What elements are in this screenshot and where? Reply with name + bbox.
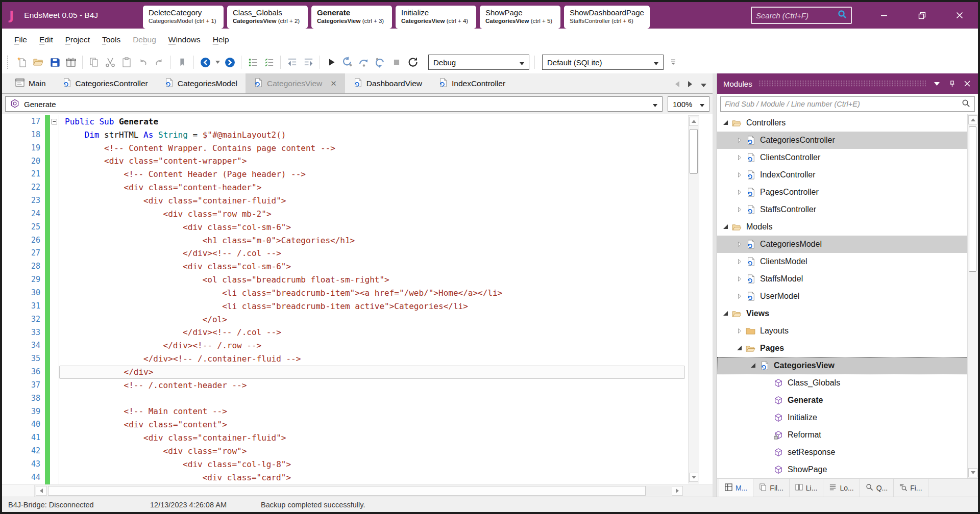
scrollbar-thumb[interactable]	[48, 486, 646, 496]
code-line-29[interactable]: 29<ol class="breadcrumb float-sm-right">	[2, 273, 713, 287]
code-line-26[interactable]: 26<h1 class="m-0">Categories</h1>	[2, 234, 713, 247]
expander-closed-icon[interactable]	[735, 293, 744, 299]
scrollbar-track[interactable]	[48, 486, 671, 496]
step-into-icon[interactable]	[340, 55, 355, 70]
title-search-box[interactable]	[751, 7, 852, 24]
scrollbar-thumb[interactable]	[690, 129, 698, 174]
module-tree-item-Class_Globals[interactable]: Class_Globals	[717, 374, 978, 392]
quick-access-tab[interactable]: InitializeCategoriesView (ctrl + 4)	[396, 6, 476, 29]
close-tab-icon[interactable]: ✕	[330, 79, 337, 88]
close-panel-icon[interactable]	[963, 79, 972, 88]
module-tree-item-ShowPage[interactable]: ShowPage	[717, 461, 978, 478]
cut-icon[interactable]	[103, 55, 118, 70]
expander-open-icon[interactable]	[735, 345, 744, 351]
scroll-right-icon[interactable]	[672, 486, 683, 496]
code-line-42[interactable]: 42<div class="row">	[2, 445, 713, 458]
navigate-back-dropdown-icon[interactable]	[214, 55, 221, 70]
expander-open-icon[interactable]	[721, 311, 730, 317]
editor-tab-IndexController[interactable]: IndexController	[430, 73, 513, 93]
panel-tab-Lo[interactable]: Lo...	[823, 479, 860, 497]
navigate-back-icon[interactable]	[198, 55, 213, 70]
module-tree-item-Generate[interactable]: Generate	[717, 392, 978, 409]
editor-tab-CategoriesView[interactable]: CategoriesView✕	[246, 73, 345, 93]
expander-closed-icon[interactable]	[735, 328, 744, 334]
editor-tab-CategoriesController[interactable]: CategoriesController	[54, 73, 156, 93]
panel-tab-M[interactable]: M...	[719, 479, 753, 497]
module-tree-item-ClientsModel[interactable]: ClientsModel	[717, 253, 978, 270]
code-line-36[interactable]: 36</div>	[2, 366, 713, 379]
module-tree-item-ClientsController[interactable]: ClientsController	[717, 149, 978, 166]
module-tree-item-PagesController[interactable]: PagesController	[717, 184, 978, 201]
step-over-icon[interactable]	[356, 55, 372, 70]
editor-vertical-scrollbar[interactable]	[688, 115, 699, 483]
code-line-20[interactable]: 20<div class="content-wrapper">	[2, 155, 713, 168]
expander-closed-icon[interactable]	[735, 241, 744, 247]
panel-drag-texture[interactable]	[758, 80, 926, 87]
panel-tab-Li[interactable]: Li...	[790, 479, 824, 497]
panel-tab-Q[interactable]: Q...	[860, 479, 894, 497]
menu-file[interactable]: File	[8, 35, 33, 44]
tab-list-dropdown-icon[interactable]	[701, 80, 706, 89]
code-line-44[interactable]: 44<div class="card">	[2, 471, 713, 484]
redo-icon[interactable]	[152, 55, 167, 70]
code-line-21[interactable]: 21<!-- Content Header (Page header) -->	[2, 168, 713, 181]
expander-closed-icon[interactable]	[735, 259, 744, 265]
code-line-35[interactable]: 35</div><!-- /.container-fluid -->	[2, 352, 713, 366]
editor-horizontal-scrollbar[interactable]	[2, 484, 713, 497]
code-line-34[interactable]: 34</div><!-- /.row -->	[2, 339, 713, 352]
search-input[interactable]	[756, 11, 838, 20]
uncomment-icon[interactable]	[261, 55, 277, 70]
search-icon[interactable]	[838, 10, 847, 21]
module-tree-item-Views[interactable]: Views	[717, 305, 978, 322]
menu-windows[interactable]: Windows	[162, 35, 207, 44]
panel-tab-Fi[interactable]: Fi...	[894, 479, 928, 497]
sub-selector[interactable]: Generate	[5, 96, 663, 112]
modules-panel-header[interactable]: Modules	[717, 73, 978, 94]
undo-icon[interactable]	[135, 55, 151, 70]
new-project-icon[interactable]	[14, 55, 30, 70]
build-mode-select[interactable]: Debug	[428, 55, 529, 70]
menu-tools[interactable]: Tools	[96, 35, 127, 44]
toolbar-grip[interactable]	[7, 56, 10, 69]
menu-edit[interactable]: Edit	[33, 35, 59, 44]
expander-open-icon[interactable]	[721, 120, 730, 126]
bookmark-icon[interactable]	[175, 55, 190, 70]
editor-tab-Main[interactable]: Main	[7, 73, 54, 93]
code-line-18[interactable]: 18Dim strHTML As String = $"#@mainLayout…	[2, 128, 713, 142]
code-line-32[interactable]: 32</ol>	[2, 313, 713, 326]
expander-closed-icon[interactable]	[735, 207, 744, 213]
module-tree-item-Layouts[interactable]: Layouts	[717, 322, 978, 340]
panel-vertical-scrollbar[interactable]	[967, 114, 978, 478]
fold-toggle-icon[interactable]	[52, 117, 57, 126]
package-icon[interactable]	[63, 55, 79, 70]
code-line-17[interactable]: 17Public Sub Generate	[2, 115, 713, 128]
panel-tab-Fil[interactable]: Fil...	[753, 479, 789, 497]
build-configuration-select[interactable]: Default (SQLite)	[542, 55, 664, 70]
code-line-41[interactable]: 41<div class="container-fluid">	[2, 431, 713, 445]
editor-tab-DashboardView[interactable]: DashboardView	[345, 73, 430, 93]
indent-icon[interactable]	[301, 55, 316, 70]
code-editor[interactable]: 17Public Sub Generate18Dim strHTML As St…	[2, 114, 713, 484]
menu-debug[interactable]: Debug	[127, 35, 162, 44]
expander-closed-icon[interactable]	[735, 155, 744, 161]
menu-project[interactable]: Project	[59, 35, 96, 44]
find-sub-input[interactable]	[725, 100, 962, 108]
code-line-25[interactable]: 25<div class="col-sm-6">	[2, 221, 713, 234]
code-line-33[interactable]: 33</div><!-- /.col -->	[2, 326, 713, 340]
scroll-left-icon[interactable]	[36, 486, 47, 496]
code-line-30[interactable]: 30<li class="breadcrumb-item"><a href="/…	[2, 287, 713, 300]
step-out-icon[interactable]	[373, 55, 388, 70]
quick-access-tab[interactable]: DeleteCategoryCategoriesModel (ctrl + 1)	[143, 6, 224, 29]
code-line-19[interactable]: 19<!-- Content Wrapper. Contains page co…	[2, 142, 713, 155]
expander-closed-icon[interactable]	[735, 276, 744, 282]
expander-open-icon[interactable]	[749, 363, 758, 369]
panel-splitter[interactable]	[713, 73, 717, 497]
expander-closed-icon[interactable]	[735, 137, 744, 143]
menu-help[interactable]: Help	[207, 35, 235, 44]
restore-button[interactable]	[916, 9, 928, 21]
module-tree-item-setResponse[interactable]: setResponse	[717, 444, 978, 461]
module-tree-item-Initialize[interactable]: Initialize	[717, 409, 978, 426]
code-line-27[interactable]: 27</div><!-- /.col -->	[2, 247, 713, 260]
outdent-icon[interactable]	[284, 55, 300, 70]
save-icon[interactable]	[47, 55, 62, 70]
